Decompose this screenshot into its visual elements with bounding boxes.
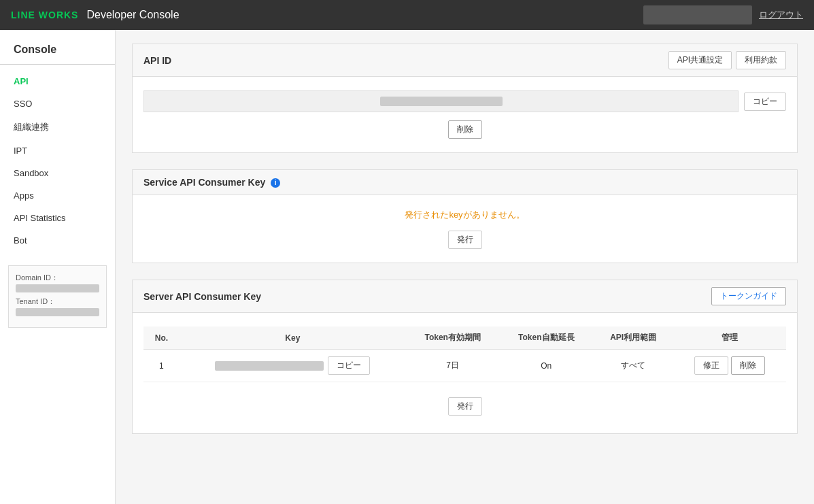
row-no: 1 (143, 350, 180, 382)
sidebar-item-bot[interactable]: Bot (0, 229, 115, 252)
api-id-section: API ID API共通設定 利用約款 コピー 削除 (132, 44, 798, 153)
domain-id-label: Domain ID： (16, 273, 99, 283)
delete-row: 削除 (143, 120, 786, 139)
server-api-issue-row: 発行 (143, 390, 786, 420)
main-content: API ID API共通設定 利用約款 コピー 削除 (116, 30, 814, 504)
sidebar-info: Domain ID： Tenant ID： (8, 265, 107, 328)
header-title: Developer Console (86, 9, 179, 21)
table-header-row: No. Key Token有効期間 Token自動延長 API利用範囲 管理 (143, 326, 786, 350)
server-api-section: Server API Consumer Key トークンガイド No. Key … (132, 280, 798, 434)
info-icon: i (271, 178, 280, 188)
server-api-body: No. Key Token有効期間 Token自動延長 API利用範囲 管理 1 (133, 313, 797, 433)
key-masked-value (215, 361, 324, 371)
sidebar-item-sso[interactable]: SSO (0, 93, 115, 115)
row-manage: 修正 削除 (673, 350, 786, 382)
account-box (643, 5, 752, 24)
api-id-delete-button[interactable]: 削除 (448, 120, 482, 139)
sidebar-item-apps[interactable]: Apps (0, 184, 115, 207)
tenant-id-row: Tenant ID： (16, 297, 99, 316)
col-api-scope: API利用範囲 (593, 326, 673, 350)
api-id-body: コピー 削除 (133, 77, 797, 152)
sidebar-item-org[interactable]: 組織連携 (0, 115, 115, 139)
api-id-copy-button[interactable]: コピー (744, 93, 786, 111)
api-id-field (143, 90, 739, 112)
sidebar: Console API SSO 組織連携 IPT Sandbox Apps AP… (0, 30, 116, 504)
col-manage: 管理 (673, 326, 786, 350)
sidebar-item-ipt[interactable]: IPT (0, 139, 115, 162)
sidebar-item-api[interactable]: API (0, 70, 115, 93)
logo-text: LINE WORKS (11, 10, 78, 20)
header: LINE WORKS Developer Console ログアウト (0, 0, 814, 30)
service-api-section-header: Service API Consumer Key i (133, 170, 797, 195)
table-row: 1 コピー 7日 On すべて 修正 (143, 350, 786, 382)
api-id-title: API ID (143, 55, 171, 66)
sidebar-item-api-statistics[interactable]: API Statistics (0, 207, 115, 229)
api-id-row: コピー (143, 90, 786, 112)
col-key: Key (180, 326, 406, 350)
row-edit-button[interactable]: 修正 (694, 356, 728, 375)
row-token-period: 7日 (406, 350, 500, 382)
api-id-actions: API共通設定 利用約款 (668, 51, 786, 69)
service-api-title: Service API Consumer Key i (143, 177, 280, 188)
api-id-section-header: API ID API共通設定 利用約款 (133, 44, 797, 77)
service-api-section: Service API Consumer Key i 発行されたkeyがありませ… (132, 169, 798, 263)
server-api-title: Server API Consumer Key (143, 291, 261, 302)
row-delete-button[interactable]: 削除 (731, 356, 765, 375)
server-api-issue-button[interactable]: 発行 (448, 397, 482, 416)
server-api-section-header: Server API Consumer Key トークンガイド (133, 280, 797, 313)
domain-id-row: Domain ID： (16, 273, 99, 292)
row-key: コピー (180, 350, 406, 382)
key-cell: コピー (186, 356, 399, 375)
no-key-message: 発行されたkeyがありません。 (143, 209, 786, 221)
logout-button[interactable]: ログアウト (759, 9, 803, 21)
server-key-table: No. Key Token有効期間 Token自動延長 API利用範囲 管理 1 (143, 326, 786, 382)
tenant-id-label: Tenant ID： (16, 297, 99, 307)
api-id-masked-value (380, 97, 503, 106)
col-token-period: Token有効期間 (406, 326, 500, 350)
key-copy-button[interactable]: コピー (328, 356, 370, 375)
service-api-body: 発行されたkeyがありません。 発行 (133, 195, 797, 263)
service-api-issue-button[interactable]: 発行 (448, 231, 482, 249)
col-no: No. (143, 326, 180, 350)
token-guide-button[interactable]: トークンガイド (711, 287, 786, 305)
api-common-settings-button[interactable]: API共通設定 (668, 51, 732, 69)
terms-button[interactable]: 利用約款 (736, 51, 786, 69)
header-right: ログアウト (643, 5, 803, 24)
service-api-issue-row: 発行 (143, 231, 786, 249)
layout: Console API SSO 組織連携 IPT Sandbox Apps AP… (0, 30, 814, 504)
sidebar-item-sandbox[interactable]: Sandbox (0, 162, 115, 184)
header-left: LINE WORKS Developer Console (11, 9, 180, 21)
sidebar-title: Console (0, 44, 115, 65)
domain-id-value (16, 284, 99, 292)
row-auto-extend: On (500, 350, 594, 382)
col-token-auto: Token自動延長 (500, 326, 594, 350)
tenant-id-value (16, 308, 99, 316)
row-scope: すべて (593, 350, 673, 382)
